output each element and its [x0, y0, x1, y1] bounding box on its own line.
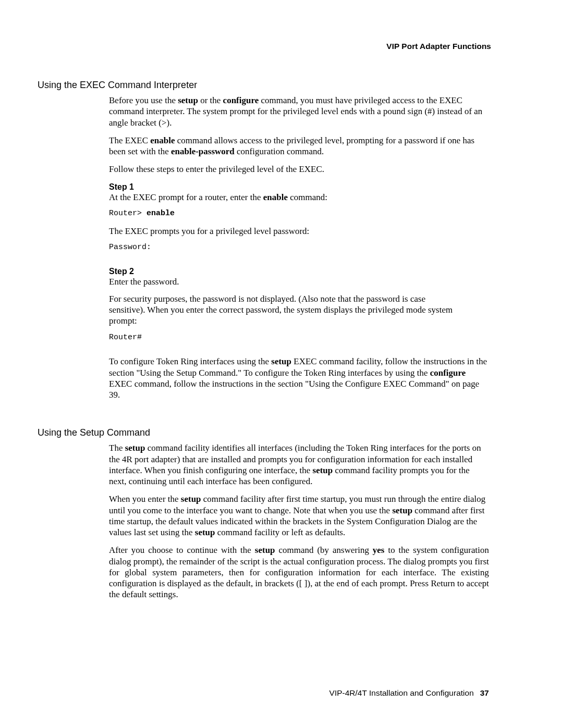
bold: enable [150, 135, 175, 145]
section-heading-exec: Using the EXEC Command Interpreter [38, 80, 489, 91]
s2-p1: The setup command facility identifies al… [109, 442, 489, 487]
step1-line1: At the EXEC prompt for a router, enter t… [109, 192, 458, 203]
step1-line2: The EXEC prompts you for a privileged le… [109, 226, 458, 237]
page: VIP Port Adapter Functions Using the EXE… [0, 0, 563, 728]
bold: setup [271, 356, 291, 366]
step-1: Step 1 At the EXEC prompt for a router, … [109, 182, 489, 260]
section2-body: The setup command facility identifies al… [109, 442, 489, 600]
text: To configure Token Ring interfaces using… [109, 356, 271, 366]
section-heading-setup: Using the Setup Command [38, 427, 489, 438]
text: command facility or left as defaults. [215, 527, 346, 537]
page-footer: VIP-4R/4T Installation and Configuration… [329, 688, 489, 698]
bold: setup [125, 443, 145, 453]
bold: enable [263, 192, 288, 202]
section2: Using the Setup Command The setup comman… [38, 427, 489, 600]
terminal-output: Router# [109, 333, 458, 343]
s1-p2: The EXEC enable command allows access to… [109, 135, 489, 157]
bold: setup [255, 545, 275, 555]
text: When you enter the [109, 494, 181, 504]
text: The [109, 443, 125, 453]
text: Before you use the [109, 95, 178, 105]
step-body: Enter the password. For security purpose… [109, 276, 458, 350]
bold: setup [178, 95, 198, 105]
text: After you choose to continue with the [109, 545, 255, 555]
step-label: Step 1 [109, 182, 139, 192]
step2-line1: Enter the password. [109, 276, 458, 287]
text: command: [288, 192, 327, 202]
s2-p3: After you choose to continue with the se… [109, 545, 489, 600]
page-number: 37 [480, 688, 489, 697]
step-label: Step 2 [109, 267, 139, 276]
step2-line2: For security purposes, the password is n… [109, 293, 458, 327]
bold: setup [392, 505, 412, 515]
text: or the [198, 95, 223, 105]
text: The EXEC [109, 135, 150, 145]
command-bold: enable [146, 209, 175, 218]
terminal-output: Password: [109, 243, 458, 253]
text: configuration command. [235, 146, 324, 156]
bold: yes [373, 545, 385, 555]
bold: setup [313, 465, 333, 475]
text: At the EXEC prompt for a router, enter t… [109, 192, 263, 202]
s1-p4: To configure Token Ring interfaces using… [109, 356, 489, 400]
step-2: Step 2 Enter the password. For security … [109, 266, 489, 350]
footer-title: VIP-4R/4T Installation and Configuration [329, 688, 474, 697]
bold: configure [430, 368, 466, 378]
bold: setup [181, 494, 201, 504]
s2-p2: When you enter the setup command facilit… [109, 493, 489, 538]
s1-p1: Before you use the setup or the configur… [109, 95, 489, 128]
prompt: Router> [109, 209, 146, 218]
text: command (by answering [275, 545, 373, 555]
running-header: VIP Port Adapter Functions [38, 42, 491, 51]
text: EXEC command, follow the instructions in… [109, 379, 479, 400]
step-body: At the EXEC prompt for a router, enter t… [109, 192, 458, 260]
terminal-output: Router> enable [109, 209, 458, 219]
s1-p3: Follow these steps to enter the privileg… [109, 164, 489, 175]
bold: setup [195, 527, 215, 537]
bold: configure [223, 95, 259, 105]
section1-body: Before you use the setup or the configur… [109, 95, 489, 400]
bold: enable-password [171, 146, 235, 156]
